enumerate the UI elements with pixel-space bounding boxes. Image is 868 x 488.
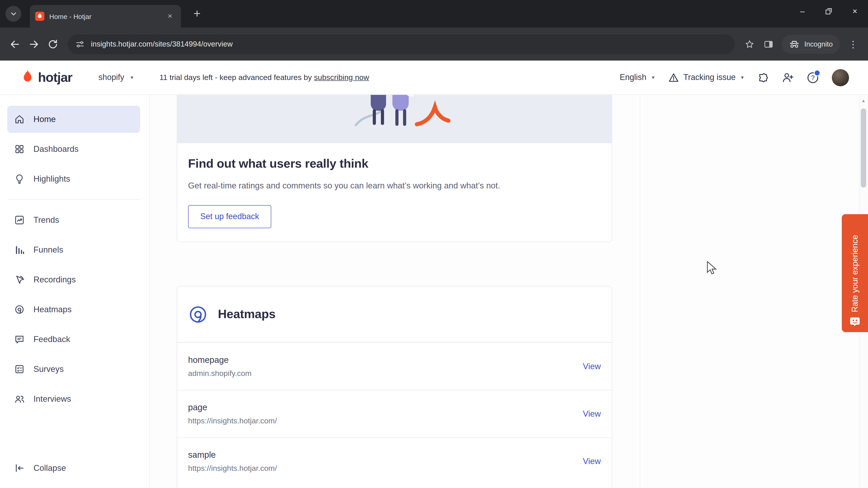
- window-restore-button[interactable]: [815, 0, 842, 23]
- heatmap-item-info: page https://insights.hotjar.com/: [188, 402, 277, 425]
- heatmap-view-link[interactable]: View: [583, 456, 601, 466]
- warning-icon: [668, 72, 679, 83]
- forward-arrow-icon: [29, 39, 39, 50]
- sidebar-divider: [7, 199, 140, 200]
- hotjar-flame-icon: [21, 70, 34, 85]
- collapse-label: Collapse: [33, 463, 66, 473]
- browser-tab-active[interactable]: Home - Hotjar ×: [30, 5, 181, 28]
- site-name: shopify: [98, 73, 124, 82]
- integrations-button[interactable]: [757, 72, 769, 84]
- trial-text: 11 trial days left - keep advanced featu…: [159, 73, 312, 82]
- heatmap-view-link[interactable]: View: [583, 409, 601, 419]
- chevron-down-icon: [11, 12, 16, 15]
- sidebar-item-label: Heatmaps: [33, 304, 72, 315]
- tab-search-button[interactable]: [5, 6, 21, 22]
- sidebar-item-label: Surveys: [33, 364, 64, 374]
- sidebar-item-heatmaps[interactable]: Heatmaps: [7, 296, 140, 323]
- user-avatar[interactable]: [832, 69, 849, 86]
- trends-icon: [14, 215, 25, 225]
- heatmap-view-link[interactable]: View: [583, 361, 601, 371]
- sidebar-item-label: Interviews: [33, 394, 71, 404]
- svg-text:?: ?: [811, 74, 815, 81]
- restore-icon: [826, 8, 832, 14]
- help-button[interactable]: ?: [807, 71, 819, 84]
- sidebar-collapse-button[interactable]: Collapse: [7, 455, 140, 482]
- feedback-card-description: Get real-time ratings and comments so yo…: [188, 181, 601, 191]
- new-tab-button[interactable]: +: [193, 6, 201, 21]
- browser-menu-button[interactable]: ⋮: [844, 35, 863, 54]
- address-bar[interactable]: insights.hotjar.com/sites/3814994/overvi…: [68, 34, 735, 54]
- scrollbar-thumb[interactable]: [861, 108, 866, 188]
- sidebar: Home Dashboards Highlights Trends Funnel…: [0, 95, 150, 488]
- main-content: Find out what users really think Get rea…: [150, 95, 868, 488]
- content-right-divider: [640, 95, 640, 488]
- heatmap-item-info: homepage admin.shopify.com: [188, 355, 252, 378]
- bookmark-button[interactable]: [740, 35, 759, 54]
- incognito-badge: Incognito: [782, 35, 840, 54]
- star-icon: [745, 39, 754, 49]
- hotjar-logo[interactable]: hotjar: [21, 70, 72, 85]
- side-panel-button[interactable]: [759, 35, 778, 54]
- sidebar-item-label: Dashboards: [33, 144, 79, 154]
- sidebar-item-highlights[interactable]: Highlights: [7, 165, 140, 193]
- set-up-feedback-button[interactable]: Set up feedback: [188, 205, 271, 228]
- window-minimize-button[interactable]: –: [789, 0, 815, 23]
- browser-window: Home - Hotjar × + – × insights.hotjar.co…: [0, 0, 868, 488]
- subscribing-now-link[interactable]: subscribing now: [314, 73, 369, 82]
- tab-close-icon[interactable]: ×: [164, 11, 176, 22]
- lightbulb-icon: [14, 173, 25, 184]
- site-info-icon[interactable]: [75, 39, 85, 49]
- sidebar-item-recordings[interactable]: Recordings: [7, 266, 140, 293]
- forward-button[interactable]: [24, 35, 43, 54]
- sidebar-item-label: Funnels: [33, 245, 63, 255]
- heatmap-url: https://insights.hotjar.com/: [188, 416, 277, 425]
- sidebar-item-interviews[interactable]: Interviews: [7, 385, 140, 413]
- person-add-icon: [782, 71, 794, 84]
- back-button[interactable]: [5, 35, 24, 54]
- heatmap-item-info: sample https://insights.hotjar.com/: [188, 450, 277, 473]
- tab-title: Home - Hotjar: [49, 12, 160, 20]
- sidebar-item-surveys[interactable]: Surveys: [7, 356, 140, 383]
- chevron-down-icon: ▼: [130, 75, 134, 80]
- rate-experience-label: Rate your experience: [850, 222, 860, 312]
- header-right-controls: English ▼ Tracking issue ▼ ?: [620, 69, 849, 86]
- sidebar-item-label: Home: [33, 114, 56, 124]
- browser-tab-strip: Home - Hotjar × + – ×: [0, 0, 868, 28]
- incognito-icon: [789, 39, 800, 50]
- sidebar-item-dashboards[interactable]: Dashboards: [7, 135, 140, 163]
- rate-experience-tab[interactable]: Rate your experience: [842, 214, 868, 332]
- language-selector[interactable]: English ▼: [620, 73, 655, 82]
- chevron-down-icon: ▼: [651, 75, 655, 80]
- window-close-button[interactable]: ×: [842, 0, 868, 23]
- window-controls: – ×: [789, 0, 868, 23]
- sidebar-item-label: Recordings: [33, 275, 76, 285]
- sidebar-item-label: Trends: [33, 215, 59, 225]
- side-panel-icon: [764, 39, 774, 49]
- feedback-promo-card: Find out what users really think Get rea…: [177, 95, 612, 242]
- language-label: English: [620, 73, 647, 82]
- reload-button[interactable]: [43, 35, 62, 54]
- dashboards-icon: [14, 144, 25, 155]
- heatmaps-card-header: Heatmaps: [177, 287, 612, 342]
- puzzle-icon: [757, 72, 769, 84]
- funnels-icon: [14, 245, 25, 255]
- sidebar-item-trends[interactable]: Trends: [7, 206, 140, 234]
- incognito-label: Incognito: [804, 40, 833, 48]
- browser-toolbar: insights.hotjar.com/sites/3814994/overvi…: [0, 28, 868, 61]
- site-selector[interactable]: shopify ▼: [98, 73, 134, 82]
- sidebar-item-funnels[interactable]: Funnels: [7, 236, 140, 263]
- url-text[interactable]: insights.hotjar.com/sites/3814994/overvi…: [91, 40, 232, 48]
- hotjar-favicon-icon: [35, 12, 44, 21]
- invite-user-button[interactable]: [782, 71, 794, 84]
- sidebar-item-feedback[interactable]: Feedback: [7, 326, 140, 353]
- feedback-widget-icon: [849, 317, 860, 327]
- heatmaps-product-icon: [188, 304, 208, 324]
- tracking-issue-selector[interactable]: Tracking issue ▼: [668, 72, 745, 83]
- collapse-icon: [14, 463, 25, 474]
- scrollbar-up-arrow[interactable]: ▲: [860, 98, 868, 103]
- recordings-icon: [14, 274, 25, 285]
- sidebar-item-home[interactable]: Home: [7, 106, 140, 133]
- heatmap-list-item: page https://insights.hotjar.com/ View: [177, 390, 612, 437]
- mouse-cursor: [706, 261, 717, 275]
- chevron-down-icon: ▼: [740, 75, 745, 80]
